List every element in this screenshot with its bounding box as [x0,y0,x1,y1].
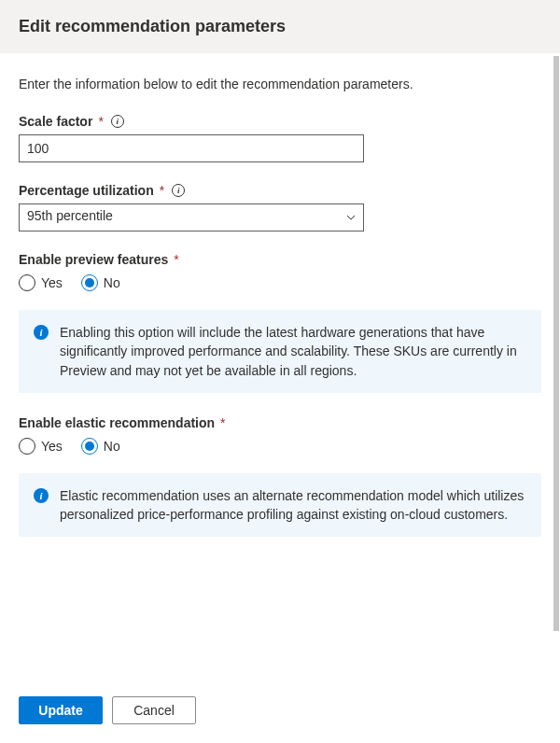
scale-factor-label-text: Scale factor [19,114,92,129]
field-preview-features: Enable preview features * Yes No [19,252,541,291]
radio-label: Yes [41,439,63,454]
radio-label: No [104,275,120,290]
field-elastic-recommendation: Enable elastic recommendation * Yes No [19,415,541,455]
dialog-header: Edit recommendation parameters [0,0,560,53]
required-indicator: * [174,252,178,267]
required-indicator: * [220,415,225,430]
scrollbar[interactable] [553,56,559,681]
percentage-utilization-select[interactable]: 95th percentile [19,203,364,231]
percentage-utilization-value: 95th percentile [19,203,364,231]
elastic-recommendation-info-box: i Elastic recommendation uses an alterna… [19,473,541,538]
update-button[interactable]: Update [19,696,103,724]
scrollbar-thumb[interactable] [553,56,559,631]
radio-icon [19,274,35,291]
dialog-title: Edit recommendation parameters [19,17,541,36]
preview-features-info-box: i Enabling this option will include the … [19,310,541,393]
field-percentage-utilization: Percentage utilization * i 95th percenti… [19,183,541,231]
cancel-button[interactable]: Cancel [112,696,196,724]
required-indicator: * [98,114,103,129]
radio-icon [19,438,35,455]
dialog-body: Enter the information below to edit the … [0,54,560,683]
elastic-recommendation-label-text: Enable elastic recommendation [19,415,215,430]
radio-label: Yes [41,275,63,290]
radio-label: No [104,439,120,454]
radio-dot-icon [85,278,94,287]
preview-features-radio-no[interactable]: No [81,274,120,291]
elastic-recommendation-label: Enable elastic recommendation * [19,415,541,430]
required-indicator: * [160,183,164,198]
percentage-utilization-label: Percentage utilization * i [19,183,541,198]
preview-features-label: Enable preview features * [19,252,541,267]
elastic-recommendation-radio-no[interactable]: No [81,438,120,455]
radio-icon [81,274,98,291]
preview-features-radio-group: Yes No [19,274,541,291]
elastic-recommendation-info-text: Elastic recommendation uses an alternate… [60,486,526,525]
radio-icon [81,438,98,455]
info-icon[interactable]: i [111,115,124,128]
preview-features-label-text: Enable preview features [19,252,168,267]
radio-dot-icon [85,442,94,451]
info-icon: i [34,488,49,503]
elastic-recommendation-radio-yes[interactable]: Yes [19,438,63,455]
preview-features-info-text: Enabling this option will include the la… [60,323,526,380]
dialog-footer: Update Cancel [0,683,560,743]
intro-text: Enter the information below to edit the … [19,77,541,91]
elastic-recommendation-radio-group: Yes No [19,438,541,455]
field-scale-factor: Scale factor * i [19,114,541,162]
scale-factor-label: Scale factor * i [19,114,541,129]
percentage-utilization-label-text: Percentage utilization [19,183,154,198]
preview-features-radio-yes[interactable]: Yes [19,274,63,291]
scale-factor-input[interactable] [19,134,364,162]
info-icon: i [34,325,49,340]
info-icon[interactable]: i [172,184,185,197]
